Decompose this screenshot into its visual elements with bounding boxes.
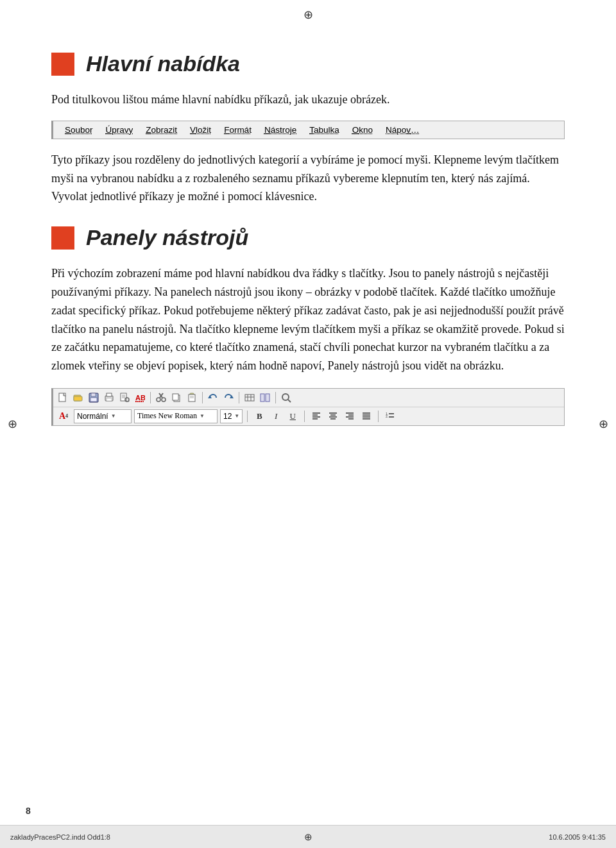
toolbar-row1: ABC <box>53 389 564 407</box>
tb-bold-button[interactable]: B <box>252 409 266 423</box>
menu-item-soubor[interactable]: Soubor <box>58 124 99 136</box>
tb-sep5 <box>247 411 248 422</box>
tb-sep1 <box>150 392 151 403</box>
tb-zoom-button[interactable] <box>279 391 293 405</box>
tb-preview-button[interactable] <box>117 391 132 405</box>
size-label: 12 <box>223 412 232 421</box>
section1-heading-container: Hlavní nabídka <box>51 51 565 76</box>
svg-rect-2 <box>74 396 82 401</box>
menu-item-napoveda[interactable]: Nápov… <box>379 124 426 136</box>
svg-text:2.: 2. <box>386 414 388 418</box>
section2-heading-container: Panely nástrojů <box>51 225 565 250</box>
tb-table-button[interactable] <box>243 391 257 405</box>
svg-line-36 <box>288 400 291 402</box>
tb-sep2 <box>202 392 203 403</box>
tb-new-button[interactable] <box>56 391 70 405</box>
section2-heading: Panely nástrojů <box>86 225 248 250</box>
menu-item-zobrazit[interactable]: Zobrazit <box>139 124 184 136</box>
tb-align-center-button[interactable] <box>326 409 340 423</box>
tb-font-dropdown[interactable]: Times New Roman ▼ <box>134 409 218 423</box>
section1-para1: Pod titulkovou lištou máme hlavní nabídk… <box>51 90 565 109</box>
tb-save-button[interactable] <box>87 391 101 405</box>
menu-item-vlozit[interactable]: Vložit <box>184 124 218 136</box>
tb-style-dropdown[interactable]: Normální ▼ <box>74 409 132 423</box>
reg-mark-right: ⊕ <box>599 417 608 431</box>
toolbar-row2: A4 Normální ▼ Times New Roman ▼ 12 ▼ <box>53 407 564 425</box>
style-letter: A <box>59 411 65 421</box>
footer-center-mark: ⊕ <box>304 831 312 843</box>
style-dropdown-arrow: ▼ <box>111 413 116 419</box>
svg-line-14 <box>128 401 129 402</box>
svg-rect-7 <box>107 393 112 396</box>
tb-underline-button[interactable]: U <box>286 409 300 423</box>
footer: zakladyPracesPC2.indd Odd1:8 ⊕ 10.6.2005… <box>0 825 616 848</box>
svg-rect-22 <box>173 394 178 400</box>
section2-red-square <box>51 226 74 250</box>
toolbar-container: ABC <box>51 388 565 426</box>
tb-italic-button[interactable]: I <box>269 409 283 423</box>
page-number: 8 <box>26 806 31 816</box>
menu-item-tabulka[interactable]: Tabulka <box>303 124 346 136</box>
menu-item-okno[interactable]: Okno <box>346 124 379 136</box>
svg-rect-8 <box>107 398 112 401</box>
tb-spell-button[interactable]: ABC <box>133 391 147 405</box>
tb-print-button[interactable] <box>102 391 116 405</box>
svg-rect-4 <box>91 393 96 396</box>
main-content: Hlavní nabídka Pod titulkovou lištou mám… <box>51 38 565 810</box>
section1-heading: Hlavní nabídka <box>86 51 240 76</box>
tb-align-right-button[interactable] <box>343 409 357 423</box>
tb-sep7 <box>378 411 379 422</box>
tb-copy-button[interactable] <box>169 391 184 405</box>
tb-cut-button[interactable] <box>154 391 168 405</box>
tb-sep6 <box>304 411 305 422</box>
menu-bar: Soubor Úpravy Zobrazit Vložit Formát Nás… <box>51 121 565 139</box>
svg-rect-33 <box>261 394 264 402</box>
svg-point-35 <box>282 394 289 400</box>
svg-rect-34 <box>266 394 270 402</box>
font-dropdown-arrow: ▼ <box>200 413 205 419</box>
svg-rect-29 <box>245 394 254 401</box>
section2-body: Při výchozím zobrazení máme pod hlavní n… <box>51 264 565 375</box>
menu-item-nastroje[interactable]: Nástroje <box>258 124 303 136</box>
reg-mark-top: ⊕ <box>304 8 313 22</box>
tb-justify-button[interactable] <box>359 409 373 423</box>
tb-align-left-button[interactable] <box>309 409 323 423</box>
footer-left: zakladyPracesPC2.indd Odd1:8 <box>10 833 110 841</box>
tb-size-dropdown[interactable]: 12 ▼ <box>220 409 243 423</box>
tb-undo-button[interactable] <box>206 391 220 405</box>
tb-open-button[interactable] <box>71 391 85 405</box>
menu-item-upravy[interactable]: Úpravy <box>99 124 140 136</box>
svg-point-19 <box>157 398 160 402</box>
tb-sep4 <box>275 392 276 403</box>
svg-text:ABC: ABC <box>135 394 145 402</box>
size-dropdown-arrow: ▼ <box>234 413 239 419</box>
menu-item-format[interactable]: Formát <box>218 124 258 136</box>
tb-paste-button[interactable] <box>185 391 199 405</box>
tb-columns-button[interactable] <box>258 391 272 405</box>
page: ⊕ ⊕ ⊕ Hlavní nabídka Pod titulkovou lišt… <box>0 0 616 848</box>
section1-red-square <box>51 53 74 76</box>
tb-style-icon: A4 <box>56 409 71 423</box>
reg-mark-left: ⊕ <box>8 417 17 431</box>
tb-sep3 <box>239 392 239 403</box>
font-label: Times New Roman <box>137 411 197 421</box>
tb-numbering-button[interactable]: 1.2. <box>383 409 397 423</box>
svg-rect-5 <box>90 398 97 402</box>
footer-right: 10.6.2005 9:41:35 <box>549 833 606 841</box>
section1-para2: Tyto příkazy jsou rozděleny do jednotliv… <box>51 151 565 206</box>
svg-point-20 <box>162 398 166 402</box>
tb-redo-button[interactable] <box>221 391 235 405</box>
style-label: Normální <box>77 412 108 421</box>
